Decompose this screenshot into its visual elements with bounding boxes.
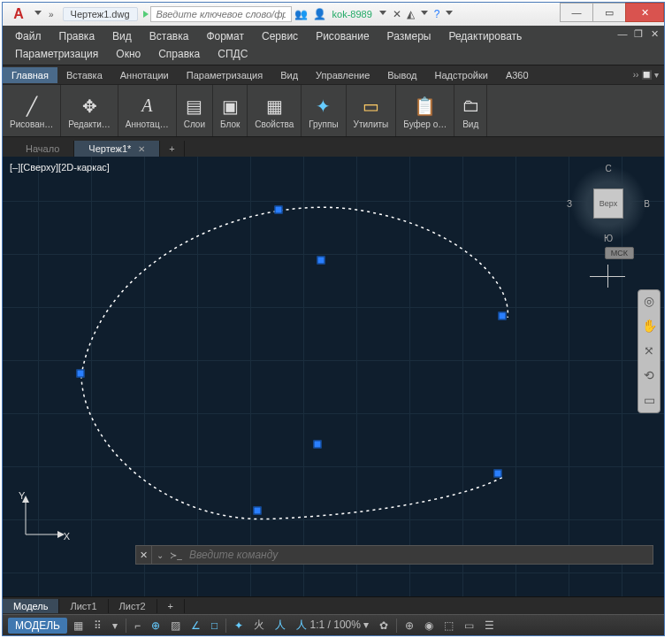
layout-sheet1[interactable]: Лист1 (59, 599, 108, 613)
panel-properties[interactable]: ▦Свойства (248, 85, 302, 136)
minimize-button[interactable]: — (560, 3, 593, 22)
menu-edit[interactable]: Правка (50, 27, 104, 45)
nav-showmotion-icon[interactable]: ▭ (641, 393, 657, 409)
doc-minimize-icon[interactable]: — (616, 28, 629, 41)
maximize-button[interactable]: ▭ (592, 3, 626, 22)
qat-expand-icon[interactable]: » (49, 10, 54, 19)
ribtab-insert[interactable]: Вставка (57, 67, 111, 83)
grip-point[interactable] (77, 370, 85, 378)
ribtab-overflow-icon[interactable]: ›› 🔲 ▾ (628, 70, 664, 80)
close-button[interactable]: ✕ (625, 3, 664, 22)
qat-dropdown-icon[interactable] (34, 11, 42, 18)
panel-clipboard[interactable]: 📋Буфер о… (396, 85, 454, 136)
status-lineweight-icon[interactable]: ✦ (230, 618, 248, 634)
panel-draw[interactable]: ╱Рисован… (3, 85, 61, 136)
command-input[interactable] (184, 546, 653, 564)
user-name[interactable]: kok-8989 (332, 9, 372, 19)
nav-pan-icon[interactable]: ✋ (641, 319, 657, 334)
nav-orbit-icon[interactable]: ⟲ (641, 368, 657, 384)
menu-insert[interactable]: Вставка (141, 27, 198, 45)
menu-parametric[interactable]: Параметризация (6, 45, 107, 63)
menu-help[interactable]: Справка (149, 45, 209, 63)
viewcube-top-face[interactable]: Верх (593, 188, 623, 219)
tab-start[interactable]: Начало (11, 141, 74, 157)
layout-model[interactable]: Модель (3, 599, 59, 613)
a360-dropdown-icon[interactable] (421, 11, 428, 18)
nav-zoom-icon[interactable]: ⤧ (641, 343, 657, 359)
drawing-canvas[interactable]: [–][Сверху][2D-каркас] Верх С Ю В З МСК … (3, 157, 664, 596)
cmdline-close-icon[interactable]: ✕ (136, 546, 152, 564)
menu-view[interactable]: Вид (103, 27, 141, 45)
status-osnap-icon[interactable]: ∠ (187, 618, 205, 634)
status-ortho-icon[interactable]: ⌐ (130, 618, 145, 634)
menu-modify[interactable]: Редактировать (439, 27, 531, 45)
help-icon[interactable]: ? (434, 8, 440, 20)
status-gear-icon[interactable]: ✿ (375, 618, 393, 634)
menu-window[interactable]: Окно (107, 45, 149, 63)
panel-annotation[interactable]: AАннотац… (118, 85, 177, 136)
status-arrow-icon[interactable]: ▾ (108, 618, 122, 634)
nav-wheel-icon[interactable]: ◎ (641, 294, 657, 310)
panel-utilities[interactable]: ▭Утилиты (347, 85, 397, 136)
exchange-icon[interactable]: ✕ (393, 8, 401, 20)
layout-sheet2[interactable]: Лист2 (109, 599, 157, 613)
tab-drawing1[interactable]: Чертеж1*✕ (74, 141, 160, 157)
panel-view[interactable]: 🗀Вид (454, 85, 487, 136)
status-zoom[interactable]: 人 1:1 / 100% ▾ (292, 616, 373, 634)
grip-point[interactable] (494, 470, 502, 478)
signin-icon[interactable]: 👥 (294, 8, 308, 20)
menu-draw[interactable]: Рисование (307, 27, 378, 45)
doc-close-icon[interactable]: ✕ (648, 28, 661, 41)
panel-block[interactable]: ▣Блок (213, 85, 248, 136)
ucs-label[interactable]: МСК (605, 247, 634, 259)
grip-point[interactable] (254, 507, 262, 515)
ribtab-addins[interactable]: Надстройки (426, 67, 497, 83)
search-input[interactable] (150, 6, 292, 22)
tab-close-icon[interactable]: ✕ (138, 144, 145, 154)
viewcube-north[interactable]: С (605, 164, 611, 173)
status-clean-icon[interactable]: ▭ (460, 618, 478, 634)
spline-curve[interactable] (3, 157, 664, 586)
menu-dimension[interactable]: Размеры (378, 27, 440, 45)
status-hw-icon[interactable]: ◉ (420, 618, 438, 634)
status-polar-icon[interactable]: ⊕ (147, 618, 164, 634)
layout-add[interactable]: + (157, 599, 185, 613)
viewcube-south[interactable]: Ю (604, 234, 613, 243)
ribtab-output[interactable]: Вывод (378, 67, 425, 83)
doc-restore-icon[interactable]: ❐ (632, 28, 645, 41)
help-dropdown-icon[interactable] (446, 11, 453, 18)
grip-point[interactable] (314, 441, 322, 449)
app-logo[interactable]: A (6, 5, 31, 23)
status-iso-icon[interactable]: ▨ (166, 618, 185, 634)
viewcube-west[interactable]: З (567, 199, 572, 209)
panel-layers[interactable]: ▤Слои (177, 85, 213, 136)
status-customize-icon[interactable]: ☰ (480, 618, 499, 634)
status-isolate-icon[interactable]: ⬚ (439, 618, 458, 634)
status-otrack-icon[interactable]: □ (207, 618, 222, 634)
tab-new[interactable]: + (160, 141, 184, 157)
grip-point[interactable] (317, 257, 325, 265)
viewcube-east[interactable]: В (644, 199, 650, 209)
menu-format[interactable]: Формат (197, 27, 253, 45)
menu-file[interactable]: Файл (6, 27, 50, 45)
status-anno-icon[interactable]: 人 (271, 616, 290, 634)
menu-spds[interactable]: СПДС (209, 45, 256, 63)
ribtab-annotate[interactable]: Аннотации (111, 67, 178, 83)
ribtab-parametric[interactable]: Параметризация (178, 67, 271, 83)
panel-groups[interactable]: ✦Группы (302, 85, 346, 136)
status-grid-icon[interactable]: ▦ (69, 618, 88, 634)
grip-point[interactable] (275, 206, 283, 214)
user-icon[interactable]: 👤 (313, 8, 326, 20)
status-model-button[interactable]: МОДЕЛЬ (8, 618, 67, 634)
panel-modify[interactable]: ✥Редакти… (61, 85, 118, 136)
ribtab-view[interactable]: Вид (271, 67, 307, 83)
status-snap-icon[interactable]: ⠿ (89, 618, 106, 634)
ribtab-manage[interactable]: Управление (307, 67, 378, 83)
menu-tools[interactable]: Сервис (253, 27, 307, 45)
status-transparency-icon[interactable]: 火 (249, 616, 269, 634)
ribtab-a360[interactable]: A360 (497, 67, 538, 83)
ribtab-home[interactable]: Главная (3, 67, 57, 83)
user-dropdown-icon[interactable] (379, 11, 386, 18)
status-cycling-icon[interactable]: ⊕ (401, 618, 418, 634)
view-cube[interactable]: Верх С Ю В З (570, 165, 646, 242)
